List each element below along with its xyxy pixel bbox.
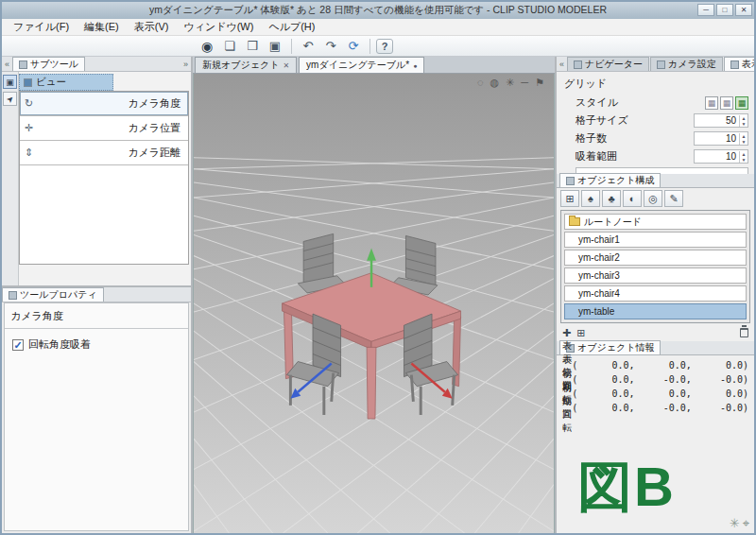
grid-style-plane-icon[interactable]: ▦ [720,96,733,110]
display-position-values: ( 0.0, 0.0, 0.0) [572,360,748,371]
grid-count-input[interactable]: 10 ▲▼ [694,131,748,146]
help-button[interactable]: ? [376,39,393,54]
window-title: ymダイニングテーブル* 体験版* あと 28 日間すべての機能を使用可能です … [149,4,607,17]
rotation-snap-checkbox[interactable]: ✓ [12,339,24,351]
collapse-left-panel-icon[interactable]: « [2,60,12,69]
camera-angle-icon: ↻ [25,97,33,110]
view-group-label: ビュー [36,76,66,89]
tab-new-object-label: 新規オブジェクト [202,59,279,72]
3d-viewport[interactable]: ◌ ◍ ✳ ─ ⚑ [193,74,555,533]
grid-count-stepper[interactable]: ▲▼ [739,133,747,145]
menu-file[interactable]: ファイル(F) [6,19,77,35]
display-mode-wireframe-icon[interactable]: ◌ [477,77,484,88]
tab-subtool[interactable]: サブツール [12,57,85,71]
grid-style-solid-icon[interactable]: ▦ [735,96,748,110]
rotation-snap-setting[interactable]: ✓ 回転角度吸着 [5,329,188,360]
flag-icon[interactable]: ⚑ [535,77,544,88]
undo-button[interactable]: ↶ [298,37,318,55]
collapse-right-panel-icon[interactable]: « [557,60,567,69]
sync-button[interactable]: ⟳ [343,37,364,55]
delete-node-button[interactable] [740,328,748,337]
edit-object-button[interactable]: ✎ [664,190,683,207]
subtool-tab-label: サブツール [30,58,78,71]
snap-range-input[interactable]: 10 ▲▼ [694,149,748,164]
tab-ym-dining-table[interactable]: ymダイニングテーブル* ● [299,57,424,73]
grid-section-title: グリッド [562,75,748,94]
minimize-view-icon[interactable]: ─ [521,77,528,88]
rotation-snap-label: 回転角度吸着 [28,337,91,352]
plant-object-button[interactable]: ♣ [602,190,621,207]
close-tab-icon[interactable]: ✕ [283,61,289,70]
camera-distance-icon: ⇕ [25,147,33,159]
menu-window[interactable]: ウィンドウ(W) [176,19,261,35]
snap-range-stepper[interactable]: ▲▼ [739,151,747,163]
target-button[interactable]: ◎ [644,190,662,207]
tool-property-tab-label: ツールプロパティ [20,288,97,302]
import-object-button[interactable]: ⊞ [560,190,579,207]
subtool-list: ↻ カメラ角度 ✛ カメラ位置 ⇕ カメラ距離 [19,91,189,265]
add-node-button[interactable]: ✚ [562,327,571,339]
display-mode-textured-icon[interactable]: ✳ [506,77,514,88]
object-tree-footer: ✚ ⊞ [557,324,754,341]
tree-item-ym-chair3[interactable]: ym-chair3 [564,268,747,284]
right-panel-header: « ナビゲーター カメラ設定 表示設定 « [557,57,754,72]
left-panel-header: « サブツール » [2,57,191,72]
new-file-button[interactable]: ❏ [219,37,240,55]
menu-edit[interactable]: 編集(E) [77,19,127,35]
grid-style-none-icon[interactable]: ▦ [705,96,718,110]
maximize-button[interactable]: □ [716,4,733,16]
figure-label: 図B [577,459,676,514]
redo-button[interactable]: ↷ [320,37,341,55]
minimize-button[interactable]: ─ [697,4,714,16]
tab-object-tree[interactable]: オブジェクト構成 [559,173,661,187]
document-tabbar: 新規オブジェクト ✕ ymダイニングテーブル* ● [193,57,555,74]
tab-tool-property[interactable]: ツールプロパティ [2,287,104,302]
tree-item-ym-chair4[interactable]: ym-chair4 [564,285,747,302]
object-info-panel: 表示位置 ( 0.0, 0.0, 0.0) 表示回転 ( 0.0, -0.0, … [557,355,754,418]
snap-range-row: 吸着範囲 10 ▲▼ [562,147,748,165]
subtool-camera-position[interactable]: ✛ カメラ位置 [20,116,188,141]
subtool-camera-distance[interactable]: ⇕ カメラ距離 [20,141,188,165]
titlebar[interactable]: ymダイニングテーブル* 体験版* あと 28 日間すべての機能を使用可能です … [2,2,754,19]
tree-item-ym-chair1[interactable]: ym-chair1 [564,232,747,248]
display-settings-icon [730,60,739,69]
tree-item-root-node[interactable]: ルートノード [564,214,747,230]
view-group-icon [24,78,32,87]
add-folder-button[interactable]: ⊞ [576,327,585,339]
grid-size-stepper[interactable]: ▲▼ [739,115,747,127]
tab-camera-settings[interactable]: カメラ設定 [650,57,723,71]
info-row-initial-position: 初期位置 ( 0.0, 0.0, 0.0) [562,387,748,401]
subtool-camera-angle[interactable]: ↻ カメラ角度 [20,92,188,116]
display-settings-panel: グリッド スタイル ▦ ▦ ▦ 格子サイズ 50 ▲▼ [557,72,754,174]
expand-left-panel-icon[interactable]: » [180,60,191,69]
display-mode-shaded-icon[interactable]: ◍ [490,77,500,88]
primitive-tree-button[interactable]: ♠ [581,190,600,207]
subtool-panel: ビュー ↻ カメラ角度 ✛ カメラ位置 ⇕ カメラ距離 [19,72,191,285]
object-tool-icon[interactable]: ▣ [3,75,17,89]
grid-size-input[interactable]: 50 ▲▼ [694,113,748,128]
tab-object-info[interactable]: オブジェクト情報 [559,340,661,354]
select-tool-icon[interactable]: ➤ [3,92,17,106]
scene-canvas[interactable] [194,74,554,533]
app-window: ymダイニングテーブル* 体験版* あと 28 日間すべての機能を使用可能です … [0,0,756,535]
material-sphere-button[interactable]: ◐ [623,190,642,207]
close-button[interactable]: ✕ [735,4,752,16]
document-area: 新規オブジェクト ✕ ymダイニングテーブル* ● [193,57,555,533]
menu-help[interactable]: ヘルプ(H) [261,19,322,35]
tree-item-ym-table[interactable]: ym-table [564,303,747,319]
modified-dot-icon: ● [413,62,417,69]
save-button[interactable]: ▣ [265,37,285,55]
tab-new-object[interactable]: 新規オブジェクト ✕ [195,57,297,73]
display-rotation-values: ( 0.0, -0.0, -0.0) [572,374,748,385]
tab-display-settings[interactable]: 表示設定 [724,57,756,71]
tree-item-ym-chair2[interactable]: ym-chair2 [564,250,747,266]
open-file-button[interactable]: ❒ [242,37,263,55]
subtool-group-view[interactable]: ビュー [19,74,113,91]
menu-view[interactable]: 表示(V) [127,19,177,35]
navigator-icon [574,60,582,69]
check-icon: ✓ [13,340,22,350]
tab-navigator[interactable]: ナビゲーター [567,57,649,71]
tool-property-content: カメラ角度 ✓ 回転角度吸着 [4,302,189,531]
tab-ym-dining-table-label: ymダイニングテーブル* [306,59,409,72]
tool-property-header: ツールプロパティ [2,287,191,302]
